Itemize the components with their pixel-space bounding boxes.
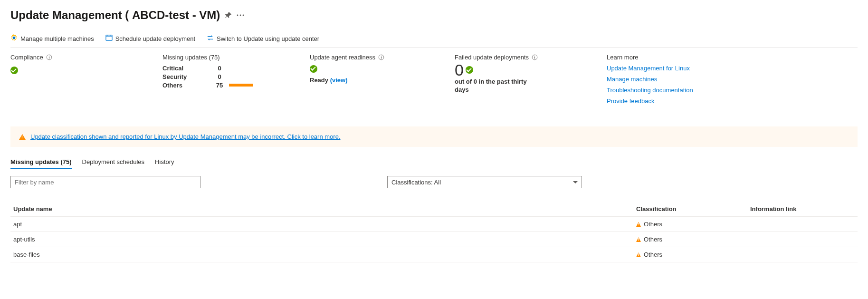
tab-history[interactable]: History	[155, 158, 174, 169]
chevron-down-icon	[573, 181, 578, 183]
svg-point-0	[237, 15, 238, 16]
manage-multiple-button[interactable]: Manage multiple machines	[10, 34, 94, 43]
missing-security-row: Security 0	[162, 72, 310, 81]
others-value: 75	[210, 82, 229, 89]
info-icon[interactable]	[378, 54, 384, 60]
pin-icon[interactable]	[225, 12, 232, 19]
calendar-icon	[105, 34, 113, 43]
svg-rect-8	[49, 57, 49, 58]
svg-point-15	[534, 56, 535, 56]
warning-icon	[19, 134, 26, 140]
learn-link-linux[interactable]: Update Management for Linux	[607, 65, 858, 72]
warning-banner: Update classification shown and reported…	[10, 126, 858, 147]
updates-table: Update name Classification Information l…	[10, 202, 858, 262]
missing-updates-card: Missing updates (75) Critical 0 Security…	[162, 54, 310, 108]
col-classification: Classification	[636, 205, 750, 212]
table-row[interactable]: apt-utils Others	[10, 232, 858, 247]
title-suffix: -test - VM)	[165, 9, 220, 21]
agent-label: Update agent readiness	[310, 54, 375, 61]
filter-name-input[interactable]	[10, 176, 200, 188]
learn-title: Learn more	[607, 54, 858, 61]
compliance-title: Compliance	[10, 54, 162, 61]
table-row[interactable]: apt Others	[10, 217, 858, 232]
failed-label: Failed update deployments	[455, 54, 529, 61]
title-prefix: Update Management (	[10, 9, 132, 21]
classifications-dropdown[interactable]: Classifications: All	[387, 176, 582, 188]
cell-name: base-files	[13, 251, 636, 258]
agent-title: Update agent readiness	[310, 54, 455, 61]
failed-deployments-card: Failed update deployments 0 out of 0 in …	[455, 54, 607, 108]
summary-cards: Compliance Missing updates (75) Critical…	[10, 54, 858, 117]
schedule-label: Schedule update deployment	[115, 35, 195, 42]
learn-label: Learn more	[607, 54, 638, 61]
svg-rect-11	[381, 57, 382, 58]
tabs: Missing updates (75) Deployment schedule…	[10, 158, 858, 169]
title-vm: ABCD	[132, 9, 165, 21]
security-label: Security	[162, 73, 210, 80]
learn-link-feedback[interactable]: Provide feedback	[607, 97, 858, 105]
swap-icon	[207, 34, 214, 43]
learn-more-card: Learn more Update Management for Linux M…	[607, 54, 858, 108]
missing-others-row: Others 75	[162, 81, 310, 89]
warning-icon	[636, 252, 641, 257]
failed-value-row: 0	[455, 62, 607, 78]
others-label: Others	[162, 82, 210, 89]
table-header: Update name Classification Information l…	[10, 202, 858, 217]
agent-readiness-card: Update agent readiness Ready (view)	[310, 54, 455, 108]
failed-value: 0	[455, 62, 464, 78]
failed-sub: out of 0 in the past thirty days	[455, 78, 531, 94]
switch-update-center-button[interactable]: Switch to Update using update center	[207, 34, 319, 43]
more-icon[interactable]	[237, 14, 244, 16]
missing-label: Missing updates (75)	[162, 54, 220, 61]
compliance-card: Compliance	[10, 54, 162, 108]
schedule-deployment-button[interactable]: Schedule update deployment	[105, 34, 195, 43]
col-info-link: Information link	[750, 205, 855, 212]
svg-point-2	[243, 15, 244, 16]
classification-text: Others	[644, 236, 662, 243]
agent-ready-line: Ready (view)	[310, 77, 455, 84]
page-header: Update Management ( ABCD-test - VM)	[10, 9, 858, 22]
switch-label: Switch to Update using update center	[217, 35, 319, 42]
classification-text: Others	[644, 251, 662, 258]
cell-name: apt-utils	[13, 236, 636, 243]
toolbar: Manage multiple machines Schedule update…	[10, 34, 858, 48]
critical-label: Critical	[162, 65, 210, 72]
cell-name: apt	[13, 221, 636, 228]
critical-value: 0	[210, 65, 229, 72]
tab-missing-updates[interactable]: Missing updates (75)	[10, 158, 72, 169]
col-update-name: Update name	[13, 205, 636, 212]
svg-rect-3	[106, 35, 112, 40]
learn-link-manage[interactable]: Manage machines	[607, 76, 858, 83]
svg-point-9	[48, 56, 49, 56]
ready-label: Ready	[310, 77, 328, 84]
cell-classification: Others	[636, 221, 750, 228]
view-link[interactable]: (view)	[330, 77, 348, 84]
security-value: 0	[210, 73, 229, 80]
svg-point-1	[240, 15, 241, 16]
tab-deployment-schedules[interactable]: Deployment schedules	[82, 158, 145, 169]
missing-critical-row: Critical 0	[162, 64, 310, 72]
failed-title: Failed update deployments	[455, 54, 607, 61]
warning-icon	[636, 237, 641, 242]
info-icon[interactable]	[46, 54, 52, 60]
svg-point-12	[381, 56, 382, 56]
cell-classification: Others	[636, 251, 750, 258]
check-icon	[310, 65, 317, 73]
table-row[interactable]: base-files Others	[10, 247, 858, 262]
check-icon	[10, 67, 18, 74]
filter-row: Classifications: All	[10, 176, 858, 188]
banner-link[interactable]: Update classification shown and reported…	[30, 133, 341, 140]
info-icon[interactable]	[532, 54, 538, 60]
manage-label: Manage multiple machines	[20, 35, 94, 42]
cell-classification: Others	[636, 236, 750, 243]
classification-text: Others	[644, 221, 662, 228]
svg-rect-14	[534, 57, 535, 58]
gear-icon	[10, 34, 18, 43]
warning-icon	[636, 222, 641, 227]
page-title: Update Management ( ABCD-test - VM)	[10, 9, 220, 22]
check-icon	[466, 66, 473, 74]
learn-links: Update Management for Linux Manage machi…	[607, 65, 858, 105]
others-bar	[229, 84, 253, 87]
missing-title: Missing updates (75)	[162, 54, 310, 61]
learn-link-troubleshoot[interactable]: Troubleshooting documentation	[607, 87, 858, 94]
